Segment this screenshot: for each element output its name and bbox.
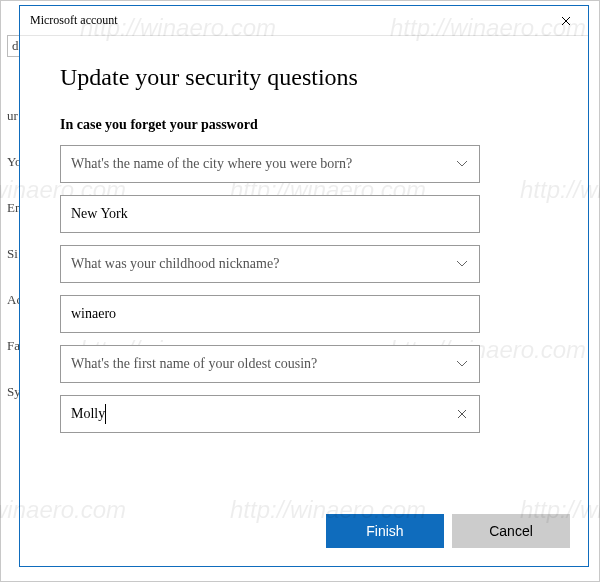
close-icon bbox=[457, 409, 467, 419]
cancel-button[interactable]: Cancel bbox=[452, 514, 570, 548]
answer-2-field[interactable] bbox=[60, 295, 480, 333]
dialog-content: Update your security questions In case y… bbox=[20, 36, 588, 496]
chevron-down-icon bbox=[455, 257, 469, 271]
finish-button[interactable]: Finish bbox=[326, 514, 444, 548]
page-subheading: In case you forget your password bbox=[60, 117, 548, 133]
question-2-text: What was your childhood nickname? bbox=[71, 256, 279, 272]
question-2-select[interactable]: What was your childhood nickname? bbox=[60, 245, 480, 283]
chevron-down-icon bbox=[455, 157, 469, 171]
chevron-down-icon bbox=[455, 357, 469, 371]
close-icon bbox=[561, 16, 571, 26]
answer-2-input[interactable] bbox=[71, 296, 443, 332]
dialog-title: Microsoft account bbox=[30, 13, 543, 28]
window-frame: d ur Yo En Si Ac Fa Sy http://winaero.co… bbox=[0, 0, 600, 582]
question-3-text: What's the first name of your oldest cou… bbox=[71, 356, 317, 372]
titlebar: Microsoft account bbox=[20, 6, 588, 36]
question-3-select[interactable]: What's the first name of your oldest cou… bbox=[60, 345, 480, 383]
close-button[interactable] bbox=[543, 6, 588, 36]
question-1-text: What's the name of the city where you we… bbox=[71, 156, 352, 172]
question-1-select[interactable]: What's the name of the city where you we… bbox=[60, 145, 480, 183]
text-caret bbox=[105, 404, 106, 424]
clear-input-button[interactable] bbox=[455, 407, 469, 421]
answer-3-field[interactable] bbox=[60, 395, 480, 433]
questions-form: What's the name of the city where you we… bbox=[60, 145, 480, 433]
answer-1-input[interactable] bbox=[71, 196, 443, 232]
dialog-footer: Finish Cancel bbox=[20, 496, 588, 566]
page-heading: Update your security questions bbox=[60, 64, 548, 91]
security-questions-dialog: http://winaero.com http://winaero.com ht… bbox=[19, 5, 589, 567]
answer-3-input[interactable] bbox=[71, 396, 443, 432]
answer-1-field[interactable] bbox=[60, 195, 480, 233]
